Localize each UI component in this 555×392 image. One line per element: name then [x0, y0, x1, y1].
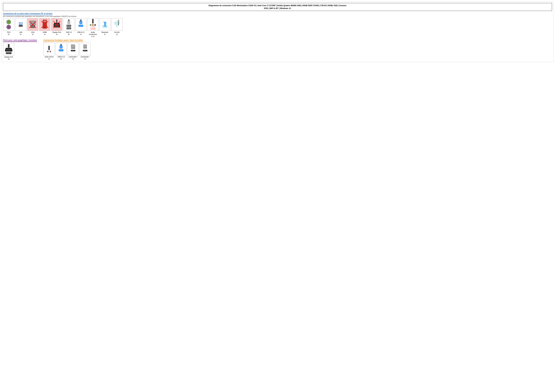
connector-label-lan: LAN1x: [19, 31, 22, 36]
connector-bluetooth: Bluetooth1x: [99, 18, 110, 37]
connector-label-cardreader2: Cardreader *1x: [81, 56, 90, 60]
connector-box-wlan: [111, 18, 123, 31]
svg-rect-41: [67, 25, 68, 26]
audio-front-dots: [47, 51, 51, 52]
connector-usba31: USB-A 3.11x: [75, 18, 87, 37]
connector-box-dp-gpu: [3, 43, 14, 56]
audio-front-icon: [47, 46, 51, 52]
connector-label-audio: Audio Connectors5.1x: [87, 31, 99, 37]
hdmi-icon: [42, 20, 48, 29]
audio-icon: [90, 19, 96, 26]
bluetooth-icon: [102, 20, 108, 29]
bottom-sections: Ports pour carte graphique / moniteur: [3, 39, 552, 61]
connector-hdmi: HDMI1x: [39, 18, 51, 37]
connector-box-bluetooth: [99, 18, 110, 31]
svg-rect-32: [44, 27, 46, 28]
connector-audio-front: Audio In/Out1x: [43, 43, 55, 60]
audio-dot-black: [94, 24, 96, 26]
svg-point-3: [9, 22, 9, 22]
cardreader2-icon: [82, 44, 88, 54]
connector-lan: LAN1x: [15, 18, 26, 37]
svg-rect-9: [20, 23, 20, 23]
svg-rect-50: [79, 25, 80, 26]
svg-rect-28: [33, 26, 34, 27]
usba31-icon: [78, 20, 84, 30]
svg-point-23: [32, 23, 32, 23]
connector-label-ps2: PS/22x: [7, 31, 10, 36]
connector-label-displayport: Display Port1x: [52, 31, 61, 36]
vga-icon: [29, 21, 36, 29]
svg-rect-68: [73, 47, 73, 49]
svg-rect-10: [21, 23, 22, 23]
connector-label-audio-front: Audio In/Out1x: [45, 56, 54, 60]
svg-rect-59: [7, 53, 10, 53]
connector-label-hdmi: HDMI1x: [43, 31, 47, 36]
svg-rect-12: [21, 24, 22, 24]
svg-rect-11: [20, 24, 20, 24]
svg-rect-35: [54, 24, 59, 25]
svg-rect-69: [74, 47, 74, 49]
svg-point-2: [8, 22, 8, 22]
svg-rect-39: [68, 21, 70, 24]
svg-rect-51: [81, 25, 82, 26]
audio-dots: [90, 24, 96, 26]
connector-box-cardreader2: [80, 43, 91, 55]
connector-box-usba31: [75, 18, 86, 31]
svg-point-25: [34, 23, 34, 23]
connector-label-dp-gpu: Display Port4x: [4, 56, 13, 60]
svg-rect-74: [85, 47, 85, 48]
svg-point-21: [34, 22, 34, 22]
svg-rect-48: [80, 21, 82, 24]
connector-box-usba30: [56, 43, 67, 55]
svg-point-1: [8, 21, 9, 22]
svg-rect-27: [31, 26, 32, 27]
svg-rect-62: [60, 46, 62, 48]
svg-rect-36: [54, 26, 59, 27]
svg-rect-42: [69, 25, 70, 26]
usb2-icon: [66, 20, 72, 30]
connector-cardreader1: Cardreader *1x: [67, 43, 79, 60]
connector-box-cardreader1: [67, 43, 79, 55]
svg-rect-15: [21, 25, 22, 26]
connector-usb2: USB 2.04x: [63, 18, 74, 37]
cardreader1-icon: [70, 44, 76, 54]
connector-cardreader2: Cardreader *1x: [80, 43, 91, 60]
svg-rect-77: [84, 50, 86, 51]
usba30-icon: [58, 44, 64, 54]
front-section: Connexions frontales avant / haut du boî…: [43, 39, 91, 61]
audio-jack: [92, 19, 94, 24]
connector-box-vga: [27, 18, 38, 31]
frontpanel-label: *7.1 avecFrontpanelConnector: [90, 26, 95, 30]
svg-rect-33: [56, 20, 57, 23]
connector-box-audio-front: [44, 43, 55, 55]
svg-rect-71: [72, 50, 74, 51]
audio-front-dot-pink: [50, 51, 51, 52]
connector-displayport: Display Port1x: [51, 18, 63, 37]
connector-audio: *7.1 avecFrontpanelConnector Audio Conne…: [87, 18, 99, 37]
svg-rect-8: [19, 22, 22, 25]
motherboard-section-header: Connexions de la carte mère Connexions P…: [3, 13, 552, 15]
dp-gpu-icon: [5, 44, 12, 54]
connector-vga: VGA1x: [27, 18, 38, 37]
page-title: Diagramme de connexion CAD Workstation C…: [3, 3, 552, 11]
connector-wlan: W-LAN1x: [111, 18, 123, 37]
svg-rect-30: [44, 21, 46, 22]
svg-rect-73: [84, 47, 85, 48]
ps2-plug-purple: [7, 25, 11, 29]
lan-icon: [18, 22, 24, 27]
svg-rect-55: [8, 44, 9, 48]
audio-front-jack: [48, 46, 50, 50]
wlan-icon: [113, 19, 120, 30]
connector-box-audio: *7.1 avecFrontpanelConnector: [87, 18, 98, 31]
connector-label-usb2: USB 2.04x: [66, 31, 72, 36]
motherboard-subtitle: (les connexions moniteur/carte graphique…: [3, 15, 552, 17]
motherboard-connectors-row: PS/22x: [3, 18, 552, 37]
svg-rect-44: [67, 28, 68, 29]
svg-rect-14: [19, 25, 20, 26]
audio-front-dot-green: [47, 51, 49, 52]
connector-label-vga: VGA1x: [31, 31, 34, 36]
connector-label-bluetooth: Bluetooth1x: [102, 31, 108, 36]
svg-rect-64: [59, 50, 61, 51]
svg-point-24: [33, 23, 33, 23]
svg-point-52: [117, 26, 117, 27]
